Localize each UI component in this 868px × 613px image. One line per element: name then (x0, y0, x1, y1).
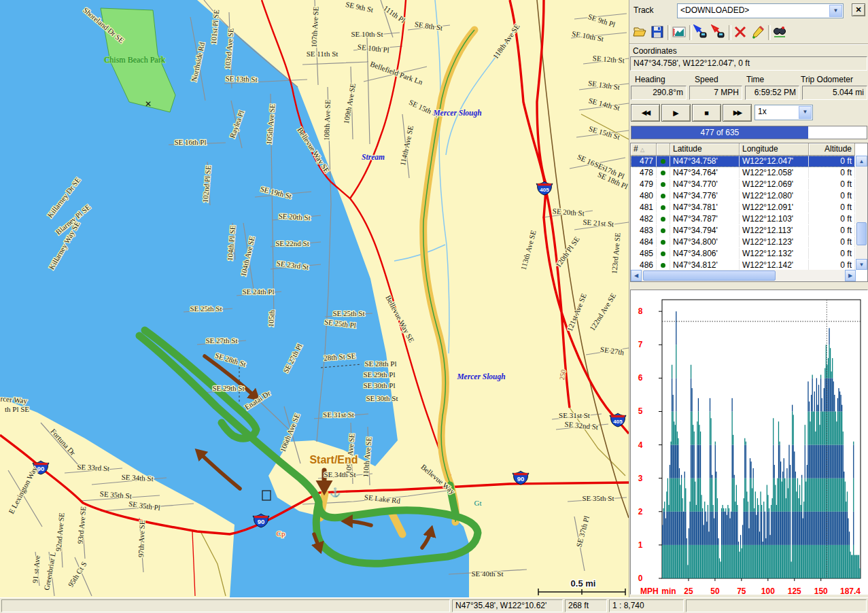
map-label: SE 10th St (351, 30, 383, 38)
table-cell: N47°34.806' (670, 248, 740, 259)
x-axis-unit-label: min (661, 586, 676, 594)
table-cell: N47°34.781' (670, 202, 740, 213)
map-label: 105th (266, 309, 276, 328)
progress-text: 477 of 635 (631, 128, 808, 137)
download-from-gps-button[interactable] (693, 24, 710, 41)
table-hscrollbar[interactable]: ◀ ▶ (631, 270, 856, 281)
map-label: SE 29th St (212, 384, 244, 392)
column-header-latitude[interactable]: Latitude (670, 143, 740, 156)
map-label: SE 33rd St (77, 463, 109, 472)
table-cell: N47°34.764' (670, 167, 740, 178)
trackpoint-marker-cell (657, 190, 670, 201)
table-cell: N47°34.758' (670, 156, 740, 167)
chevron-down-icon[interactable]: ▼ (829, 5, 842, 17)
map-label: SE 31st St (559, 411, 590, 419)
x-marker-icon: ✕ (145, 99, 152, 109)
stop-button[interactable]: ■ (692, 104, 721, 122)
trackpoint-dot-icon (661, 217, 665, 222)
svg-text:90: 90 (37, 465, 45, 472)
table-vscrollbar[interactable]: ▲ ▼ (856, 156, 867, 270)
playback-progress-bar[interactable]: 477 of 635 (631, 126, 867, 139)
map-label: 97th Ave SE (137, 520, 146, 557)
column-header-altitude[interactable]: Altitude (809, 143, 855, 156)
time-label: Time (746, 75, 764, 84)
map-canvas[interactable]: ✕ ⚓ 909090405405 Shoreland Dr SEChism Be… (0, 0, 629, 597)
open-file-button[interactable] (632, 24, 648, 41)
y-axis-unit-label: MPH (640, 586, 659, 594)
status-map-scale: 1 : 8,740 (609, 599, 684, 612)
track-dropdown[interactable]: <DOWNLOADED> ▼ (677, 3, 844, 18)
table-row[interactable]: 483N47°34.794'W122°12.113'0 ft (631, 225, 855, 237)
show-graph-button[interactable] (672, 24, 688, 41)
table-cell: 482 (631, 213, 657, 224)
column-header-marker[interactable] (657, 143, 670, 156)
table-cell: N47°34.776' (670, 190, 740, 201)
time-value: 6:59:52 PM (745, 86, 799, 100)
table-row[interactable]: 478N47°34.764'W122°12.058'0 ft (631, 167, 855, 179)
find-on-map-button[interactable] (772, 24, 788, 41)
table-cell: N47°34.770' (670, 179, 740, 190)
table-cell: 483 (631, 225, 657, 236)
table-row[interactable]: 485N47°34.806'W122°12.132'0 ft (631, 248, 855, 260)
table-row[interactable]: 482N47°34.787'W122°12.103'0 ft (631, 213, 855, 225)
map-label: SE 27th St (205, 336, 237, 345)
map-label: SE 25th St (190, 304, 222, 313)
upload-to-gps-button[interactable] (711, 24, 727, 41)
trackpoint-dot-icon (661, 228, 665, 233)
speed-label: Speed (695, 75, 718, 84)
table-cell: W122°12.103' (740, 213, 809, 224)
map-label: Mercer Slough (456, 372, 505, 381)
table-cell: W122°12.142' (740, 260, 809, 270)
delete-track-button[interactable] (733, 24, 749, 41)
table-cell: 479 (631, 179, 657, 190)
speed-value: 7 MPH (689, 86, 742, 100)
map-label: SE 40th St (471, 570, 503, 578)
table-cell: 0 ft (809, 179, 855, 190)
rewind-button[interactable]: ◀◀ (631, 104, 660, 122)
table-cell: W122°12.123' (740, 237, 809, 247)
play-button[interactable]: ▶ (661, 104, 691, 122)
svg-text:125: 125 (788, 586, 801, 594)
map-label: Stream (362, 153, 385, 161)
scroll-left-icon[interactable]: ◀ (631, 270, 642, 281)
speed-chart: 012345678MPHmin255075100125150187.4 (630, 290, 868, 595)
table-row[interactable]: 480N47°34.776'W122°12.080'0 ft (631, 190, 855, 202)
trackpoint-marker-cell (657, 167, 670, 178)
vscroll-thumb[interactable] (856, 222, 867, 245)
heading-value: 290.8°m (631, 86, 687, 100)
table-cell: 0 ft (809, 190, 855, 201)
map-label: SE 20th St (278, 212, 311, 222)
track-panel: Track <DOWNLOADED> ▼ ✕ (629, 0, 868, 597)
scroll-up-icon[interactable]: ▲ (856, 156, 867, 167)
fast-forward-button[interactable]: ▶▶ (723, 104, 752, 122)
track-toolbar (631, 23, 867, 42)
trackpoint-table[interactable]: # △ Latitude Longitude Altitude 477N47°3… (630, 143, 868, 282)
status-empty-right (686, 599, 867, 612)
playback-rate-dropdown[interactable]: 1x ▼ (754, 105, 813, 120)
svg-text:2: 2 (638, 507, 643, 516)
speed-chart-canvas: 012345678MPHmin255075100125150187.4 (631, 290, 867, 594)
table-row[interactable]: 481N47°34.781'W122°12.091'0 ft (631, 202, 855, 213)
scroll-right-icon[interactable]: ▶ (845, 270, 856, 281)
close-panel-button[interactable]: ✕ (852, 3, 865, 16)
column-header-longitude[interactable]: Longitude (740, 143, 809, 156)
table-row[interactable]: 484N47°34.800'W122°12.123'0 ft (631, 237, 855, 248)
table-row[interactable]: 479N47°34.770'W122°12.069'0 ft (631, 179, 855, 190)
table-cell: N47°34.794' (670, 225, 740, 236)
map-view[interactable]: ✕ ⚓ 909090405405 Shoreland Dr SEChism Be… (0, 0, 629, 597)
status-bar: N47°35.48', W122°10.62' 268 ft 1 : 8,740 (0, 597, 868, 613)
map-label: 0.5 mi (571, 578, 596, 589)
column-header-number[interactable]: # △ (631, 143, 657, 156)
trackpoint-marker-cell (657, 248, 670, 259)
map-label: SE 29th Pl (363, 370, 395, 379)
edit-track-button[interactable] (750, 24, 767, 41)
save-file-button[interactable] (650, 24, 666, 41)
table-cell: 484 (631, 237, 657, 247)
trackpoint-dot-icon (661, 251, 665, 256)
hscroll-thumb[interactable] (643, 270, 776, 281)
trackpoint-marker-cell (657, 260, 670, 270)
scroll-down-icon[interactable]: ▼ (856, 259, 867, 270)
chevron-down-icon[interactable]: ▼ (799, 106, 812, 119)
heading-label: Heading (635, 75, 665, 84)
table-row[interactable]: 477N47°34.758'W122°12.047'0 ft (631, 156, 855, 167)
